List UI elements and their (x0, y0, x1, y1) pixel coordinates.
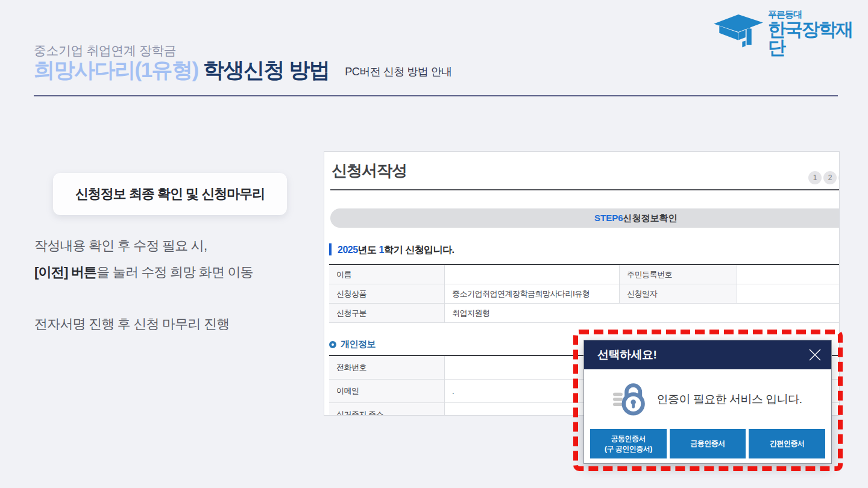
page-title-caption: PC버전 신청 방법 안내 (345, 64, 452, 82)
kosaf-logo: 푸른등대 한국장학재단 (714, 10, 868, 57)
cell-category-value: 취업지원형 (445, 304, 840, 322)
instruction-line-1: 작성내용 확인 후 수정 필요 시, (34, 238, 207, 253)
notice-year-suffix: 년도 (358, 245, 379, 255)
graduation-cap-icon (714, 14, 763, 52)
personal-info-section-title: 개인정보 (341, 339, 376, 350)
modal-title: 선택하세요! (597, 340, 656, 369)
cell-name-label: 이름 (329, 265, 445, 284)
joint-certificate-button[interactable]: 공동인증서 (구 공인인증서) (590, 429, 667, 458)
modal-message: 인증이 필요한 서비스 입니다. (656, 392, 802, 407)
page-title-rest: 학생신청 방법 (198, 58, 329, 81)
logo-name: 한국장학재단 (768, 20, 868, 57)
step-number: STEP6 (594, 213, 623, 223)
cell-phone-label: 전화번호 (329, 356, 445, 379)
instruction-paragraph-2: 전자서명 진행 후 신청 마무리 진행 (34, 311, 229, 337)
cell-rrn-value (737, 265, 840, 284)
step-pager: 1 2 (808, 171, 840, 184)
instruction-line-2-rest: 을 눌러 수정 희망 화면 이동 (96, 264, 253, 280)
semester-notice: 2025년도 1학기 신청입니다. (338, 244, 454, 257)
step-name: 신청정보확인 (623, 213, 678, 223)
notice-year: 2025 (338, 245, 358, 255)
cell-name-value (445, 265, 620, 284)
joint-certificate-sublabel: (구 공인인증서) (605, 444, 652, 454)
instruction-line-3: 전자서명 진행 후 신청 마무리 진행 (34, 316, 229, 331)
instruction-line-2-bold: [이전] 버튼 (34, 264, 96, 280)
cell-email-label: 이메일 (329, 380, 445, 402)
joint-certificate-label: 공동인증서 (611, 434, 646, 443)
pager-dot-1[interactable]: 1 (808, 171, 822, 184)
simple-certificate-label: 간편인증서 (770, 439, 805, 448)
modal-header: 선택하세요! (584, 340, 831, 369)
certificate-select-modal: 선택하세요! 인증이 필요한 서비스 입니다. 공동인증서 (구 공인인증서 (583, 340, 832, 464)
step-summary-badge: 신청정보 최종 확인 및 신청마무리 (53, 173, 287, 215)
table-row: 이름 주민등록번호 (329, 265, 840, 284)
financial-certificate-button[interactable]: 금융인증서 (670, 429, 746, 458)
header-subtitle: 중소기업 취업연계 장학금 (34, 42, 176, 59)
step-progress-label: STEP6신청정보확인 (594, 213, 678, 224)
cell-rrn-label: 주민등록번호 (620, 265, 737, 284)
notice-term-suffix: 학기 신청입니다. (384, 245, 454, 255)
notice-term: 1 (379, 245, 384, 255)
notice-accent-bar (329, 243, 332, 255)
personal-info-section-header: 개인정보 (329, 339, 376, 350)
page-title: 희망사다리(1유형) 학생신청 방법 PC버전 신청 방법 안내 (34, 58, 452, 82)
application-summary-table: 이름 주민등록번호 신청상품 중소기업취업연계장학금희망사다리Ⅰ유형 신청일자 … (329, 264, 840, 323)
pager-dot-3[interactable] (838, 171, 840, 184)
table-row: 신청상품 중소기업취업연계장학금희망사다리Ⅰ유형 신청일자 (329, 284, 840, 304)
step-progress-bar: STEP6신청정보확인 (330, 208, 840, 228)
form-title: 신청서작성 (332, 160, 407, 181)
cell-product-value: 중소기업취업연계장학금희망사다리Ⅰ유형 (445, 284, 620, 303)
lock-icon (613, 380, 648, 419)
close-icon[interactable] (807, 347, 823, 363)
financial-certificate-label: 금융인증서 (690, 439, 725, 448)
certificate-buttons: 공동인증서 (구 공인인증서) 금융인증서 간편인증서 (590, 429, 825, 458)
cell-product-label: 신청상품 (329, 284, 445, 303)
instruction-paragraph-1: 작성내용 확인 후 수정 필요 시, [이전] 버튼을 눌러 수정 희망 화면 … (34, 233, 253, 286)
pager-dot-2[interactable]: 2 (823, 171, 837, 184)
table-row: 신청구분 취업지원형 (329, 304, 840, 323)
form-title-divider (330, 189, 840, 190)
logo-tagline: 푸른등대 (768, 10, 868, 19)
section-bullet-icon (329, 341, 336, 348)
modal-message-row: 인증이 필요한 서비스 입니다. (584, 378, 831, 421)
cell-category-label: 신청구분 (329, 304, 445, 322)
cell-address-label: 실거주지 주소 (329, 403, 445, 416)
simple-certificate-button[interactable]: 간편인증서 (749, 429, 825, 458)
header-divider (34, 95, 838, 96)
cell-date-value (737, 284, 840, 303)
page-title-highlight: 희망사다리(1유형) (34, 58, 198, 81)
cell-date-label: 신청일자 (620, 284, 737, 303)
